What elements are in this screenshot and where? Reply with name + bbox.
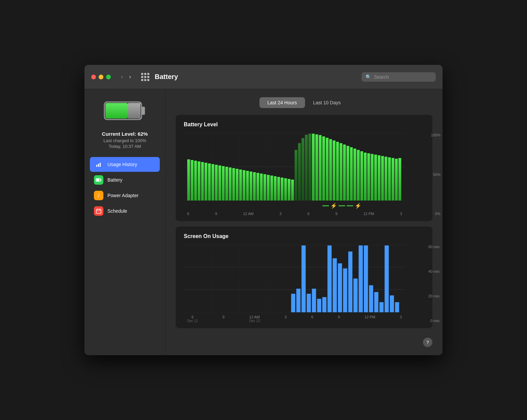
search-input[interactable] (374, 74, 428, 80)
sidebar-nav: Usage History Battery Power Adapter (90, 157, 160, 218)
svg-rect-28 (194, 161, 197, 201)
svg-rect-104 (317, 299, 321, 312)
svg-rect-40 (236, 169, 239, 201)
svg-rect-3 (128, 103, 141, 119)
svg-rect-27 (191, 160, 194, 201)
svg-rect-83 (385, 157, 387, 201)
svg-rect-62 (312, 134, 315, 201)
svg-rect-74 (353, 149, 356, 201)
svg-rect-31 (205, 163, 207, 201)
screen-usage-chart-title: Screen On Usage (184, 233, 424, 239)
sidebar-item-battery[interactable]: Battery (90, 173, 160, 187)
svg-rect-48 (264, 174, 266, 201)
svg-rect-59 (302, 138, 304, 201)
charging-indicator: ⚡ ⚡ (278, 203, 405, 209)
x-label-12pm: 12 PM (363, 212, 374, 216)
grid-icon[interactable] (141, 73, 149, 81)
svg-rect-2 (105, 103, 128, 119)
svg-rect-65 (322, 136, 325, 201)
svg-rect-105 (322, 297, 326, 312)
svg-rect-78 (367, 153, 370, 201)
svg-rect-53 (281, 178, 283, 201)
svg-rect-81 (378, 155, 380, 201)
charging-dash-1 (322, 205, 329, 206)
x-label-3b: 3 (400, 212, 402, 216)
svg-rect-45 (253, 172, 256, 201)
svg-rect-102 (307, 294, 311, 312)
battery-icon-container (103, 99, 147, 124)
svg-rect-100 (296, 289, 300, 312)
screen-chart-area (184, 245, 405, 312)
svg-rect-35 (219, 165, 221, 201)
sidebar-item-label-power-adapter: Power Adapter (107, 193, 139, 198)
svg-rect-32 (208, 163, 211, 201)
sidebar-item-usage-history[interactable]: Usage History (90, 157, 160, 172)
maximize-button[interactable] (106, 75, 111, 79)
svg-rect-68 (333, 140, 335, 201)
sidebar-item-schedule[interactable]: Schedule (90, 204, 160, 218)
svg-rect-84 (388, 157, 391, 201)
schedule-icon (94, 206, 103, 216)
svg-rect-39 (232, 168, 235, 201)
minimize-button[interactable] (99, 75, 103, 79)
svg-rect-43 (246, 171, 249, 201)
screen-x-label-9b: 9 (338, 315, 340, 323)
svg-rect-30 (201, 162, 204, 201)
svg-rect-80 (374, 155, 377, 201)
titlebar: ‹ › Battery 🔍 (84, 65, 443, 89)
svg-rect-47 (260, 174, 263, 201)
svg-rect-118 (390, 295, 394, 312)
svg-rect-103 (312, 289, 316, 312)
screen-x-label-9: 9 (223, 315, 225, 323)
svg-rect-85 (392, 158, 394, 201)
search-bar[interactable]: 🔍 (361, 72, 436, 82)
window-title: Battery (155, 73, 356, 81)
power-adapter-icon (94, 191, 103, 200)
svg-rect-52 (277, 177, 280, 201)
svg-rect-26 (187, 159, 190, 201)
close-button[interactable] (91, 75, 96, 79)
tab-last-10d[interactable]: Last 10 Days (305, 97, 349, 108)
back-button[interactable]: ‹ (119, 73, 125, 81)
svg-rect-107 (333, 258, 337, 312)
battery-y-axis: 100% 50% 0% (431, 133, 441, 216)
window: ‹ › Battery 🔍 (84, 65, 443, 355)
tab-last-24h[interactable]: Last 24 Hours (259, 97, 305, 108)
svg-rect-99 (291, 294, 295, 312)
svg-rect-49 (267, 175, 270, 201)
sidebar: Current Level: 62% Last charged to 100% … (84, 89, 166, 355)
content-area: Last 24 Hours Last 10 Days Battery Level (166, 89, 443, 355)
screen-y-axis: 60 min. 40 min. 20 min. 0 min. (428, 245, 441, 323)
forward-button[interactable]: › (127, 73, 133, 81)
battery-nav-icon (94, 175, 103, 185)
help-button[interactable]: ? (423, 338, 432, 347)
x-label-12am: 12 AM (243, 212, 253, 216)
charging-bolt-icon: ⚡ (330, 203, 337, 209)
svg-rect-55 (288, 179, 291, 201)
svg-rect-116 (379, 302, 383, 312)
svg-rect-76 (360, 151, 363, 201)
svg-rect-63 (316, 134, 318, 201)
svg-rect-79 (371, 154, 374, 201)
svg-rect-41 (239, 169, 242, 201)
battery-level-text: Current Level: 62% (102, 131, 148, 137)
search-icon: 🔍 (366, 74, 371, 80)
svg-rect-70 (340, 143, 342, 201)
battery-time-text: Today, 10:37 AM (102, 144, 148, 149)
battery-x-axis: 6 9 12 AM 3 6 (184, 212, 405, 216)
battery-level-svg (184, 133, 405, 201)
usage-history-icon (94, 160, 103, 169)
sidebar-item-label-schedule: Schedule (107, 208, 127, 214)
screen-x-axis: 6 Dec 12 9 12 AM Dec 13 3 (184, 315, 405, 323)
battery-visual-icon (103, 99, 147, 123)
svg-rect-106 (327, 245, 331, 312)
svg-rect-66 (326, 138, 328, 201)
svg-rect-56 (291, 180, 294, 201)
svg-rect-101 (302, 245, 306, 312)
screen-x-label-6: 6 (311, 315, 313, 323)
screen-x-label-3b: 3 (400, 315, 402, 323)
sidebar-item-power-adapter[interactable]: Power Adapter (90, 188, 160, 203)
svg-rect-1 (142, 107, 145, 115)
svg-rect-75 (357, 150, 360, 201)
x-label-6b: 6 (307, 212, 309, 216)
